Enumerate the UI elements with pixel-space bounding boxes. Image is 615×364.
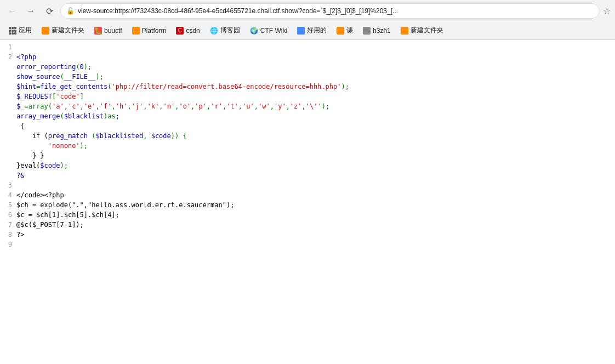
lock-icon: 🔓: [66, 7, 75, 15]
line-number: 3: [0, 180, 16, 190]
bookmark-course[interactable]: 课: [332, 24, 357, 37]
bookmark-platform[interactable]: Platform: [128, 24, 171, 37]
bookmark-label-buuctf: buuctf: [104, 27, 122, 35]
bookmark-h3zh1[interactable]: h3zh1: [358, 24, 395, 37]
source-view: 12<?phperror_reporting(0);show_source(__…: [0, 40, 615, 252]
bookmark-label-ctfwiki: CTF Wiki: [260, 27, 287, 35]
bookmark-label-new-folder-2: 新建文件夹: [411, 26, 443, 35]
line-content: $c = $ch[1].$ch[5].$ch[4];: [16, 210, 615, 220]
source-line: 4</code><?php: [0, 190, 615, 200]
forward-button[interactable]: →: [23, 3, 38, 19]
line-number: 8: [0, 230, 16, 240]
bookmark-buuctf[interactable]: 🐛 buuctf: [90, 24, 127, 37]
bookmark-apps-label: 应用: [19, 26, 32, 35]
bookmark-label-blog: 博客园: [220, 26, 240, 35]
line-number: 6: [0, 210, 16, 220]
bookmark-new-folder-1[interactable]: 新建文件夹: [37, 24, 89, 37]
bookmark-csdn[interactable]: C csdn: [172, 24, 204, 37]
bookmark-icon-buuctf: 🐛: [94, 27, 102, 35]
browser-chrome: ← → ⟳ 🔓 view-source:https://f732433c-08c…: [0, 0, 615, 40]
nav-bar: ← → ⟳ 🔓 view-source:https://f732433c-08c…: [0, 0, 615, 22]
bookmark-ctfwiki[interactable]: 🌍 CTF Wiki: [246, 24, 292, 37]
line-number: 7: [0, 220, 16, 230]
bookmark-blog[interactable]: 🌐 博客园: [206, 24, 244, 37]
bookmark-useful[interactable]: 好用的: [293, 24, 331, 37]
bookmark-icon-new-folder-1: [42, 27, 49, 35]
source-line: 7@$c($_POST[7-1]);: [0, 220, 615, 230]
bookmark-apps[interactable]: 应用: [4, 24, 36, 37]
line-content: <?phperror_reporting(0);show_source(__FI…: [16, 52, 615, 180]
bookmark-label-new-folder-1: 新建文件夹: [52, 26, 84, 35]
bookmark-label-platform: Platform: [142, 27, 167, 35]
bookmark-star-button[interactable]: ☆: [603, 6, 611, 16]
back-button[interactable]: ←: [4, 3, 20, 19]
bookmarks-bar: 应用 新建文件夹 🐛 buuctf Platform C csdn 🌐 博客园 …: [0, 22, 615, 39]
bookmark-label-useful: 好用的: [307, 26, 327, 35]
source-line: 9: [0, 240, 615, 249]
line-number: 1: [0, 42, 16, 52]
bookmark-icon-h3zh1: [363, 27, 371, 35]
address-bar[interactable]: 🔓 view-source:https://f732433c-08cd-486f…: [60, 3, 600, 19]
bookmark-icon-csdn: C: [176, 27, 184, 35]
url-text: view-source:https://f732433c-08cd-486f-9…: [78, 7, 594, 15]
bookmark-label-csdn: csdn: [186, 27, 200, 35]
line-number: 9: [0, 240, 16, 249]
line-number: 5: [0, 200, 16, 210]
line-number: 4: [0, 190, 16, 200]
line-content: [16, 240, 615, 249]
bookmark-new-folder-2[interactable]: 新建文件夹: [396, 24, 448, 37]
line-content: [16, 42, 615, 52]
source-line: 2<?phperror_reporting(0);show_source(__F…: [0, 52, 615, 180]
bookmark-label-course: 课: [346, 26, 353, 35]
source-line: 3: [0, 180, 615, 190]
reload-button[interactable]: ⟳: [42, 3, 57, 19]
line-content: @$c($_POST[7-1]);: [16, 220, 615, 230]
apps-icon: [9, 27, 16, 35]
source-line: 1: [0, 42, 615, 52]
bookmark-icon-blog: 🌐: [210, 27, 218, 35]
line-number: 2: [0, 52, 16, 180]
line-content: </code><?php: [16, 190, 615, 200]
line-content: $ch = explode(".","hello.ass.world.er.rt…: [16, 200, 615, 210]
source-line: 8?>: [0, 230, 615, 240]
bookmark-icon-course: [337, 27, 344, 35]
bookmark-icon-platform: [132, 27, 140, 35]
bookmark-icon-new-folder-2: [401, 27, 408, 35]
line-content: ?>: [16, 230, 615, 240]
source-line: 6$c = $ch[1].$ch[5].$ch[4];: [0, 210, 615, 220]
source-line: 5$ch = explode(".","hello.ass.world.er.r…: [0, 200, 615, 210]
bookmark-label-h3zh1: h3zh1: [373, 27, 391, 35]
bookmark-icon-ctfwiki: 🌍: [250, 27, 258, 35]
bookmark-icon-useful: [297, 27, 305, 35]
line-content: [16, 180, 615, 190]
